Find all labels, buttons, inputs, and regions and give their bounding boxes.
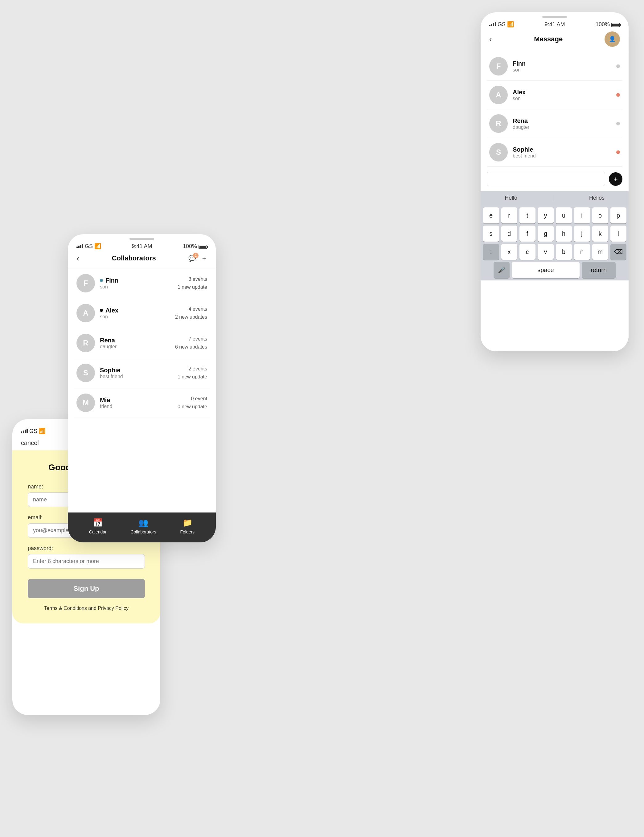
key-y[interactable]: y <box>538 207 554 223</box>
msg-info-sophie: Sophie best friend <box>513 146 616 159</box>
password-field-group: password: <box>28 545 145 576</box>
status-bar-collab: GS 📶 9:41 AM 100% <box>68 240 216 251</box>
message-icon[interactable]: 💬 2 <box>188 254 196 262</box>
back-button-collab[interactable]: ‹ <box>76 253 79 263</box>
password-input[interactable] <box>28 554 145 569</box>
signup-button[interactable]: Sign Up <box>28 579 145 598</box>
key-r[interactable]: r <box>501 207 517 223</box>
cancel-button[interactable]: cancel <box>21 440 39 446</box>
key-b[interactable]: b <box>556 244 572 260</box>
events-alex: 4 events <box>175 305 207 313</box>
key-v[interactable]: v <box>538 244 554 260</box>
msg-avatar-alex: A <box>489 86 508 104</box>
nav-calendar[interactable]: 📅 Calendar <box>89 518 107 534</box>
msg-info-alex: Alex son <box>513 89 616 102</box>
key-p[interactable]: p <box>610 207 626 223</box>
autocomplete-divider <box>553 195 554 201</box>
key-o[interactable]: o <box>592 207 608 223</box>
back-button-msg[interactable]: ‹ <box>489 34 492 44</box>
nav-calendar-label: Calendar <box>89 529 107 534</box>
nav-collaborators[interactable]: 👥 Collaborators <box>130 518 156 534</box>
key-j[interactable]: j <box>574 226 590 241</box>
online-dot-finn <box>100 279 103 282</box>
key-colon[interactable]: : <box>483 244 499 260</box>
collab-item-mia[interactable]: M Mia friend 0 event 0 new update <box>74 388 210 418</box>
message-contacts-list: F Finn son A Alex son R Rena <box>481 52 629 167</box>
collab-stats-mia: 0 event 0 new update <box>177 395 207 410</box>
add-icon[interactable]: ＋ <box>201 254 207 263</box>
nav-folders-label: Folders <box>180 529 194 534</box>
terms-text: Terms & Conditions and Privacy Policy <box>28 606 145 611</box>
time-collab: 9:41 AM <box>131 243 152 249</box>
collab-nav: ‹ Collaborators 💬 2 ＋ <box>68 251 216 268</box>
avatar-rena: R <box>76 334 95 352</box>
message-text-input[interactable] <box>487 172 605 186</box>
password-label: password: <box>28 545 145 551</box>
collab-item-finn[interactable]: F Finn son 3 events 1 new update <box>74 268 210 298</box>
collab-item-rena[interactable]: R Rena daugter 7 events 6 new updates <box>74 328 210 358</box>
key-mic[interactable]: 🎤 <box>494 262 509 278</box>
collab-info-finn: Finn son <box>100 277 177 290</box>
signal-status-collab: GS 📶 <box>76 243 101 249</box>
updates-finn: 1 new update <box>177 283 207 291</box>
battery-msg: 100% <box>596 21 620 28</box>
collab-relation-sophie: best friend <box>100 374 177 379</box>
key-e[interactable]: e <box>483 207 499 223</box>
keyboard: e r t y u i o p s d f g h j k l : x c v … <box>481 205 629 281</box>
collab-relation-finn: son <box>100 284 177 290</box>
kb-row-bottom: 🎤 space return <box>483 262 627 278</box>
updates-sophie: 1 new update <box>177 373 207 381</box>
msg-avatar-rena: R <box>489 114 508 133</box>
collaborators-icon: 👥 <box>138 518 148 528</box>
online-dot-alex <box>100 309 103 312</box>
key-f[interactable]: f <box>519 226 536 241</box>
key-x[interactable]: x <box>501 244 517 260</box>
collab-relation-alex: son <box>100 314 175 320</box>
signal-status: GS 📶 <box>21 428 46 435</box>
key-i[interactable]: i <box>574 207 590 223</box>
key-k[interactable]: k <box>592 226 608 241</box>
key-backspace[interactable]: ⌫ <box>610 244 626 260</box>
key-m[interactable]: m <box>592 244 608 260</box>
key-t[interactable]: t <box>519 207 536 223</box>
key-c[interactable]: c <box>519 244 536 260</box>
collab-item-alex[interactable]: A Alex son 4 events 2 new updates <box>74 298 210 328</box>
avatar-nav-msg: 👤 <box>605 31 620 47</box>
collaborators-phone: GS 📶 9:41 AM 100% ‹ Collaborators 💬 2 ＋ … <box>68 234 216 542</box>
avatar-mia: M <box>76 394 95 412</box>
autocomplete-option-1[interactable]: Hello <box>504 195 517 201</box>
key-s[interactable]: s <box>483 226 499 241</box>
events-rena: 7 events <box>175 335 207 343</box>
key-h[interactable]: h <box>556 226 572 241</box>
msg-item-rena[interactable]: R Rena daugter <box>487 109 623 138</box>
collab-info-mia: Mia friend <box>100 397 177 409</box>
collab-name-alex: Alex <box>100 307 175 314</box>
kb-row-3: : x c v b n m ⌫ <box>483 244 627 260</box>
nav-folders[interactable]: 📁 Folders <box>180 518 194 534</box>
msg-dot-rena <box>616 122 620 125</box>
key-l[interactable]: l <box>610 226 626 241</box>
collab-name-mia: Mia <box>100 397 177 404</box>
collab-stats-rena: 7 events 6 new updates <box>175 335 207 351</box>
msg-dot-sophie <box>616 150 620 154</box>
msg-item-alex[interactable]: A Alex son <box>487 81 623 109</box>
msg-dot-alex <box>616 93 620 97</box>
collab-item-sophie[interactable]: S Sophie best friend 2 events 1 new upda… <box>74 358 210 388</box>
key-n[interactable]: n <box>574 244 590 260</box>
msg-name-sophie: Sophie <box>513 146 616 153</box>
key-d[interactable]: d <box>501 226 517 241</box>
msg-item-finn[interactable]: F Finn son <box>487 52 623 81</box>
key-return[interactable]: return <box>582 262 616 278</box>
collab-name-sophie: Sophie <box>100 367 177 374</box>
message-phone: GS 📶 9:41 AM 100% ‹ Message 👤 F Finn son <box>481 12 629 351</box>
send-button[interactable]: ＋ <box>609 172 623 186</box>
key-u[interactable]: u <box>556 207 572 223</box>
collab-info-rena: Rena daugter <box>100 337 175 350</box>
key-g[interactable]: g <box>538 226 554 241</box>
updates-mia: 0 new update <box>177 403 207 411</box>
collab-stats-sophie: 2 events 1 new update <box>177 365 207 381</box>
key-space[interactable]: space <box>512 262 580 278</box>
autocomplete-option-2[interactable]: Hellos <box>589 195 605 201</box>
msg-avatar-finn: F <box>489 57 508 75</box>
msg-item-sophie[interactable]: S Sophie best friend <box>487 138 623 167</box>
